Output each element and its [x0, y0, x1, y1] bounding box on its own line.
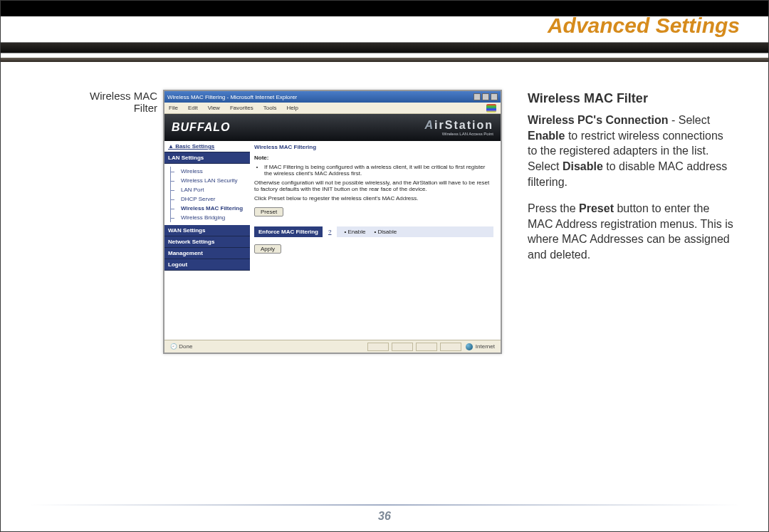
sidebar-logout[interactable]: Logout	[164, 259, 250, 271]
caption-line2: Filter	[58, 102, 157, 114]
menu-edit[interactable]: Edit	[188, 105, 198, 111]
menu-file[interactable]: File	[169, 105, 178, 111]
radio-enable[interactable]: Enable	[344, 229, 365, 235]
radio-disable[interactable]: Disable	[374, 229, 397, 235]
menu-help[interactable]: Help	[286, 105, 298, 111]
note-label: Note:	[254, 155, 493, 161]
sidebar-item-wireless-bridging[interactable]: Wireless Bridging	[170, 213, 250, 222]
desc-para1: Wireless PC's Connection - Select Enable…	[528, 113, 734, 189]
sidebar-management[interactable]: Management	[164, 248, 250, 259]
desc-disable-word: Disable	[563, 160, 603, 172]
status-done-text: Done	[179, 343, 192, 350]
config-body: ▲ Basic Settings LAN Settings Wireless W…	[164, 141, 501, 340]
config-sidebar: ▲ Basic Settings LAN Settings Wireless W…	[164, 141, 250, 340]
footer-divider	[29, 504, 740, 506]
device-banner: BUFFALO AirStation Wireless LAN Access P…	[164, 114, 501, 141]
desc-enable-word: Enable	[528, 130, 565, 142]
desc-subheading: Wireless PC's Connection	[528, 114, 668, 126]
status-left: 🕘 Done	[170, 343, 192, 350]
sidebar-network-settings[interactable]: Network Settings	[164, 236, 250, 248]
page-title: Advanced Settings	[548, 14, 740, 38]
status-zone-text: Internet	[476, 343, 495, 350]
enforce-row: Enforce MAC Filtering ? Enable Disable	[254, 226, 493, 237]
close-icon[interactable]	[491, 93, 498, 100]
product-name: AirStation	[425, 119, 493, 132]
manual-page: Advanced Settings Wireless MAC Filter Wi…	[0, 0, 769, 532]
note-para1: Otherwise configuration will not be poss…	[254, 179, 493, 192]
window-controls	[474, 93, 498, 100]
figure-caption: Wireless MAC Filter	[58, 90, 157, 114]
sidebar-item-wireless[interactable]: Wireless	[170, 167, 250, 176]
desc-p1a: - Select	[668, 114, 710, 126]
description-column: Wireless MAC Filter Wireless PC's Connec…	[528, 90, 734, 274]
sidebar-item-lan-port[interactable]: LAN Port	[170, 185, 250, 194]
window-title-text: Wireless MAC Filtering - Microsoft Inter…	[167, 94, 297, 100]
desc-preset-word: Preset	[579, 202, 614, 214]
embedded-screenshot: Wireless MAC Filtering - Microsoft Inter…	[163, 90, 502, 354]
sidebar-lan-settings[interactable]: LAN Settings	[164, 152, 250, 164]
caption-line1: Wireless MAC	[58, 90, 157, 102]
internet-zone-icon	[466, 343, 473, 350]
apply-button[interactable]: Apply	[254, 244, 281, 254]
status-segments	[367, 343, 461, 351]
desc-p2a: Press the	[528, 202, 579, 214]
sidebar-wan-settings[interactable]: WAN Settings	[164, 225, 250, 236]
windows-flag-icon	[486, 104, 496, 113]
sidebar-item-wlan-security[interactable]: Wireless LAN Security	[170, 176, 250, 185]
maximize-icon[interactable]	[482, 93, 489, 100]
enforce-label: Enforce MAC Filtering	[254, 226, 323, 237]
sidebar-item-mac-filtering[interactable]: Wireless MAC Filtering	[170, 204, 250, 213]
product-subtitle: Wireless LAN Access Point	[425, 132, 493, 136]
sidebar-basic-settings[interactable]: ▲ Basic Settings	[164, 141, 250, 152]
menu-view[interactable]: View	[208, 105, 220, 111]
note-para2: Click Preset below to regester the wirel…	[254, 195, 493, 202]
config-main: Wireless MAC Filtering Note: If MAC Filt…	[250, 141, 501, 340]
desc-heading: Wireless MAC Filter	[528, 90, 734, 107]
preset-button[interactable]: Preset	[254, 207, 283, 217]
menu-favorites[interactable]: Favorites	[230, 105, 253, 111]
config-heading: Wireless MAC Filtering	[254, 144, 493, 150]
browser-statusbar: 🕘 Done Internet	[164, 340, 501, 353]
note-bullet: If MAC Filtering is being configured wit…	[264, 164, 493, 177]
browser-menubar: File Edit View Favorites Tools Help	[164, 103, 501, 114]
desc-para2: Press the Preset button to enter the MAC…	[528, 201, 734, 262]
header-mid-band	[1, 42, 768, 53]
brand-logo: BUFFALO	[172, 121, 231, 134]
minimize-icon[interactable]	[474, 93, 481, 100]
help-icon[interactable]: ?	[328, 229, 331, 235]
page-number: 36	[1, 510, 768, 523]
sidebar-item-dhcp-server[interactable]: DHCP Server	[170, 194, 250, 204]
menu-tools[interactable]: Tools	[263, 105, 277, 111]
window-titlebar: Wireless MAC Filtering - Microsoft Inter…	[164, 91, 501, 103]
enforce-options: Enable Disable	[337, 226, 493, 237]
header-thin-band	[1, 58, 768, 62]
